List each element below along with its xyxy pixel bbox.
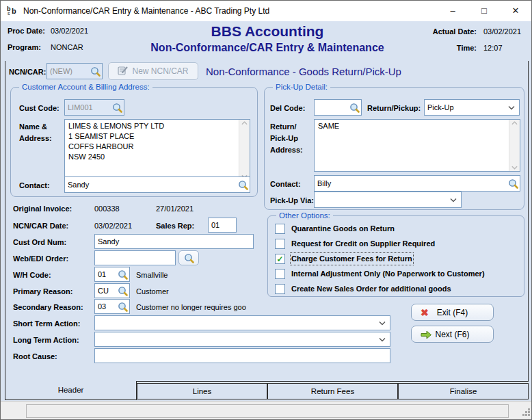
web-edi-lookup-button[interactable]: [178, 250, 199, 265]
window-controls: – □ ✕: [437, 1, 531, 21]
short-term-select[interactable]: [94, 315, 390, 330]
scrollbar[interactable]: [239, 120, 250, 180]
screen-title: Non-Conformance/CAR Entry & Maintenance: [124, 40, 411, 55]
tab-header[interactable]: Header: [5, 381, 137, 400]
cust-code-value: LIM001: [65, 101, 111, 114]
checkbox-internal-adjustment[interactable]: [275, 269, 285, 279]
name-address-label: Name & Address:: [19, 121, 52, 144]
exit-x-icon: ✖: [421, 307, 429, 318]
scroll-up-icon[interactable]: [241, 121, 248, 125]
web-edi-field[interactable]: [94, 250, 176, 265]
return-pickup-label: Return/Pickup:: [367, 103, 421, 113]
cust-code-label: Cust Code:: [19, 103, 59, 113]
secondary-reason-field[interactable]: 03: [94, 299, 130, 314]
status-bar: [1, 401, 532, 420]
scroll-up-icon[interactable]: [511, 121, 518, 125]
ncn-date-label: NCN/CAR Date:: [13, 221, 68, 231]
tab-return-fees[interactable]: Return Fees: [267, 383, 398, 399]
window-title: Non-Conformance/CAR Entry & Maintenance …: [23, 6, 269, 16]
option-row: Request for Credit on Supplier Required: [275, 237, 435, 250]
pickup-contact-lookup-icon[interactable]: [507, 178, 519, 189]
close-button[interactable]: ✕: [500, 1, 531, 21]
scroll-down-icon[interactable]: [511, 166, 518, 170]
cust-code-field[interactable]: LIM001: [64, 99, 124, 116]
primary-reason-field[interactable]: CU: [94, 283, 130, 298]
customer-group: Customer Account & Billing Address: Cust…: [10, 87, 258, 197]
del-code-lookup-icon[interactable]: [349, 102, 360, 114]
svg-text:b: b: [12, 7, 16, 15]
wh-code-label: W/H Code:: [13, 270, 51, 280]
sales-rep-label: Sales Rep:: [156, 221, 194, 231]
primary-reason-lookup-icon[interactable]: [117, 285, 129, 297]
ncn-car-value: (NEW): [47, 64, 90, 78]
ncn-car-label: NCN/CAR:: [9, 67, 46, 77]
title-bar[interactable]: b s b Non-Conformance/CAR Entry & Mainte…: [1, 1, 531, 21]
pickup-via-select[interactable]: [314, 192, 462, 208]
pickup-contact-label: Contact:: [270, 179, 301, 189]
checkbox-quarantine[interactable]: [275, 224, 285, 234]
tab-finalise[interactable]: Finalise: [398, 383, 529, 399]
status-panel: [26, 404, 509, 418]
next-button-label: Next (F6): [435, 330, 469, 339]
secondary-reason-lookup-icon[interactable]: [117, 301, 129, 313]
checkbox-create-sales-order[interactable]: [275, 284, 285, 294]
long-term-select[interactable]: [94, 332, 390, 347]
root-cause-label: Root Cause:: [13, 352, 57, 361]
chevron-down-icon: [450, 196, 457, 204]
resize-grip-icon[interactable]: [522, 408, 531, 418]
pickup-address-label: Return/ Pick-Up Address:: [270, 121, 303, 156]
checkbox-label-charge-fees[interactable]: Charge Customer Fees for Return: [291, 254, 412, 264]
app-icon: b s b: [7, 5, 18, 17]
name-address-value: LIMES & LEMONS PTY LTD 1 SEAMIST PLACE C…: [65, 120, 239, 180]
new-ncn-car-button[interactable]: New NCN/CAR: [108, 62, 198, 80]
checkbox-request-credit[interactable]: [275, 239, 285, 249]
ncn-car-field[interactable]: (NEW): [46, 63, 103, 79]
checkbox-label-internal-adjustment[interactable]: Internal Adjustment Only (No Paperwork t…: [291, 269, 485, 279]
screen-heading: BBS Accounting Non-Conformance/CAR Entry…: [124, 23, 411, 55]
proc-date-value: 03/02/2021: [51, 26, 88, 36]
pickup-address-textarea[interactable]: SAME: [314, 119, 520, 172]
document-type-heading: Non-Conformance - Goods Return/Pick-Up: [206, 65, 401, 79]
other-options-title: Other Options:: [276, 211, 333, 221]
pickup-contact-field[interactable]: Billy: [314, 175, 520, 192]
sales-rep-field[interactable]: 01: [208, 218, 237, 233]
checkbox-charge-fees[interactable]: ✓: [275, 254, 285, 264]
cust-code-lookup-icon[interactable]: [111, 102, 123, 114]
svg-text:s: s: [8, 11, 10, 16]
exit-button-label: Exit (F4): [437, 308, 468, 317]
long-term-label: Long Term Action:: [13, 335, 79, 345]
option-row: Quarantine Goods on Return: [275, 222, 395, 235]
new-document-icon: [118, 66, 128, 77]
minimize-button[interactable]: –: [437, 1, 468, 21]
scrollbar[interactable]: [509, 120, 520, 171]
root-cause-field[interactable]: [94, 348, 390, 363]
pickup-contact-value: Billy: [315, 176, 507, 190]
checkbox-label-create-sales-order[interactable]: Create New Sales Order for additional go…: [291, 284, 451, 294]
actual-date-value: 03/02/2021: [483, 27, 521, 36]
next-arrow-icon: [421, 330, 432, 341]
ncn-date-value: 03/02/2021: [94, 221, 132, 231]
customer-contact-label: Contact:: [19, 181, 50, 190]
customer-group-title: Customer Account & Billing Address:: [19, 82, 152, 92]
maximize-button[interactable]: □: [468, 1, 500, 21]
checkbox-label-quarantine[interactable]: Quarantine Goods on Return: [291, 224, 395, 234]
sales-rep-value: 01: [209, 218, 236, 232]
checkbox-label-request-credit[interactable]: Request for Credit on Supplier Required: [291, 239, 435, 249]
other-options-group: Other Options: Quarantine Goods on Retur…: [267, 215, 524, 297]
exit-button[interactable]: ✖ Exit (F4): [411, 304, 494, 321]
del-code-field[interactable]: [314, 99, 362, 116]
cust-ord-value: Sandy: [95, 235, 253, 248]
customer-contact-field[interactable]: Sandy: [64, 176, 250, 193]
option-row: Create New Sales Order for additional go…: [275, 283, 451, 295]
tab-lines[interactable]: Lines: [137, 383, 267, 399]
cust-ord-field[interactable]: Sandy: [94, 234, 254, 249]
cust-ord-label: Cust Ord Num:: [13, 237, 66, 247]
name-address-textarea[interactable]: LIMES & LEMONS PTY LTD 1 SEAMIST PLACE C…: [64, 119, 250, 181]
customer-contact-lookup-icon[interactable]: [237, 179, 249, 191]
next-button[interactable]: Next (F6): [411, 326, 494, 343]
wh-code-lookup-icon[interactable]: [117, 269, 129, 280]
wh-code-field[interactable]: 01: [94, 267, 130, 282]
return-pickup-select[interactable]: Pick-Up: [424, 99, 520, 116]
web-edi-label: Web/EDI Order:: [13, 254, 68, 263]
ncn-car-lookup-icon[interactable]: [90, 66, 101, 77]
